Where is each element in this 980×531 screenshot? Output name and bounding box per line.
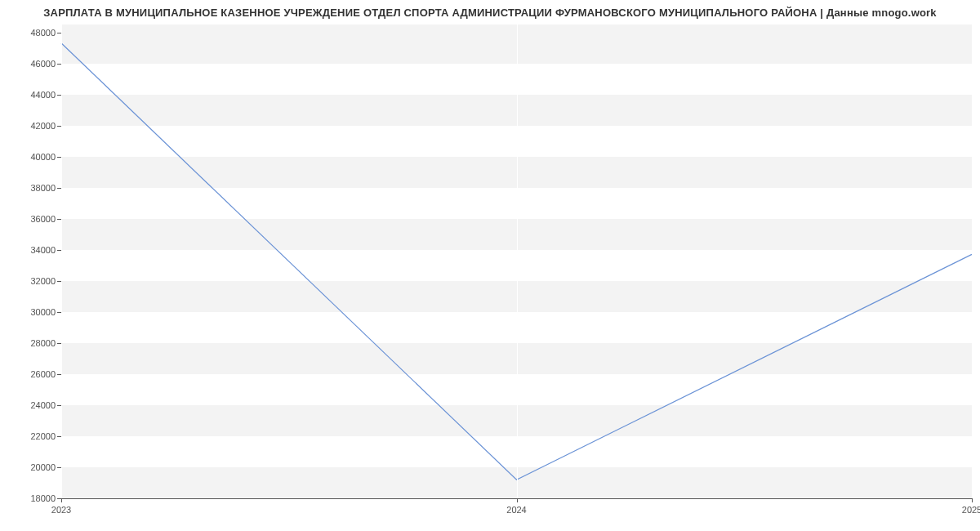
y-tick-label: 28000: [30, 338, 56, 348]
y-tick-label: 42000: [30, 121, 56, 131]
y-tick-label: 38000: [30, 183, 56, 193]
x-tick: [517, 498, 518, 502]
x-tick: [61, 498, 62, 502]
x-gridline: [61, 25, 62, 498]
x-tick-label: 2023: [51, 505, 71, 515]
y-tick-label: 46000: [30, 59, 56, 69]
chart-title: ЗАРПЛАТА В МУНИЦИПАЛЬНОЕ КАЗЕННОЕ УЧРЕЖД…: [0, 7, 980, 19]
y-tick-label: 32000: [30, 276, 56, 286]
y-tick-label: 30000: [30, 307, 56, 317]
y-tick-label: 24000: [30, 400, 56, 410]
y-tick-label: 26000: [30, 369, 56, 379]
y-tick-label: 44000: [30, 90, 56, 100]
y-tick-label: 22000: [30, 431, 56, 441]
y-tick-label: 34000: [30, 245, 56, 255]
x-tick: [972, 498, 973, 502]
x-tick-label: 2025: [962, 505, 980, 515]
y-tick-label: 40000: [30, 152, 56, 162]
y-tick-label: 20000: [30, 462, 56, 472]
y-tick-label: 36000: [30, 214, 56, 224]
y-tick-label: 48000: [30, 28, 56, 38]
x-tick-label: 2024: [506, 505, 526, 515]
x-gridline: [517, 25, 518, 498]
x-gridline: [972, 25, 973, 498]
y-tick-label: 18000: [30, 493, 56, 503]
